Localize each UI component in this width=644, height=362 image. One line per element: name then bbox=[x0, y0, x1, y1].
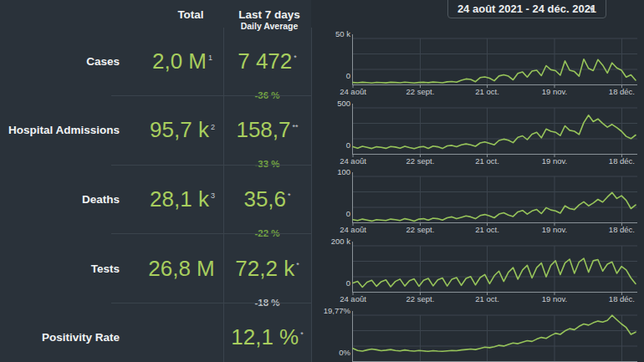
date-range-picker[interactable]: 24 août 2021 - 24 déc. 2021 ▼ bbox=[447, 0, 606, 18]
x-axis-tick-label: 21 oct. bbox=[475, 87, 499, 96]
footnote-marker: 2 bbox=[211, 123, 215, 131]
y-axis-max-label: 50 k bbox=[318, 29, 350, 38]
y-axis-zero-label: 0 bbox=[326, 278, 350, 288]
y-axis-max-label: 200 k bbox=[318, 237, 350, 246]
metric-label: Tests bbox=[0, 234, 120, 303]
x-axis-tick-label: 18 déc. bbox=[609, 156, 635, 166]
x-axis-tick-label: 18 déc. bbox=[609, 225, 635, 234]
x-axis-tick-label: 18 déc. bbox=[609, 294, 635, 303]
total-value: 28,1 k3 bbox=[150, 186, 215, 212]
avg-value: 7 472* bbox=[238, 48, 297, 74]
column-divider bbox=[311, 28, 312, 362]
sparkline-plot bbox=[352, 172, 637, 227]
x-axis-tick-label: 19 nov. bbox=[542, 87, 567, 96]
avg-value: 72,2 k* bbox=[235, 256, 299, 281]
y-axis-zero-label: 0 bbox=[326, 71, 350, 80]
table-row-tests: Tests 26,8 M 72,2 k* -18 % bbox=[0, 234, 311, 303]
x-axis-tick-label: 22 sept. bbox=[406, 156, 435, 166]
table-row-hospital-admissions: Hospital Admissions 95,7 k2 158,7** -33 … bbox=[0, 95, 311, 165]
sparkline-plot bbox=[352, 242, 637, 296]
footnote-marker: 1 bbox=[208, 54, 212, 62]
footnote-marker: ** bbox=[293, 123, 299, 131]
row-divider bbox=[111, 303, 311, 303]
x-axis-tick-label: 19 nov. bbox=[542, 294, 567, 303]
table-row-positivity-rate: Positivity Rate 12,1 %* -3,3 % bbox=[0, 303, 311, 362]
footnote-marker: 3 bbox=[211, 191, 215, 200]
footnote-marker: * bbox=[294, 54, 297, 62]
sparkline-tests[interactable]: 200 k024 août22 sept.21 oct.19 nov.18 dé… bbox=[326, 237, 644, 312]
metric-label: Cases bbox=[0, 27, 120, 96]
sparkline-deaths[interactable]: 100024 août22 sept.21 oct.19 nov.18 déc. bbox=[326, 167, 644, 242]
chevron-down-icon: ▼ bbox=[588, 5, 595, 13]
x-axis-tick-label: 22 sept. bbox=[406, 294, 435, 303]
x-axis-tick-label: 19 nov. bbox=[542, 156, 567, 166]
y-axis-max-label: 500 bbox=[318, 99, 350, 108]
total-value: 26,8 M bbox=[148, 256, 217, 281]
metric-label: Positivity Rate bbox=[0, 303, 120, 362]
date-range-label: 24 août 2021 - 24 déc. 2021 bbox=[457, 3, 596, 15]
x-axis-tick-label: 24 août bbox=[340, 225, 366, 234]
footnote-marker: * bbox=[296, 261, 299, 269]
table-row-cases: Cases 2,0 M1 7 472* -36 % bbox=[0, 27, 311, 96]
avg-value: 35,6* bbox=[243, 186, 290, 212]
avg-value: 158,7** bbox=[236, 117, 298, 142]
sparkline-plot bbox=[352, 311, 637, 362]
x-axis-tick-label: 22 sept. bbox=[406, 225, 435, 234]
avg-value: 12,1 %* bbox=[231, 324, 303, 349]
total-value: 95,7 k2 bbox=[150, 117, 215, 142]
sparkline-plot bbox=[352, 104, 637, 158]
sparkline-plot bbox=[352, 34, 637, 89]
x-axis-tick-label: 19 nov. bbox=[542, 225, 567, 234]
row-divider bbox=[111, 95, 311, 96]
row-divider bbox=[111, 165, 311, 166]
x-axis-tick-label: 18 déc. bbox=[609, 87, 635, 96]
x-axis-tick-label: 21 oct. bbox=[475, 294, 499, 303]
total-value: 2,0 M1 bbox=[152, 48, 212, 74]
x-axis-tick-label: 21 oct. bbox=[475, 225, 499, 234]
row-divider bbox=[111, 233, 311, 234]
metric-label: Deaths bbox=[0, 165, 120, 234]
footnote-marker: * bbox=[300, 330, 304, 339]
y-axis-max-label: 100 bbox=[318, 167, 350, 176]
sparkline-line bbox=[353, 59, 636, 84]
sparkline-cases[interactable]: 50 k024 août22 sept.21 oct.19 nov.18 déc… bbox=[326, 29, 644, 105]
x-axis-tick-label: 24 août bbox=[340, 294, 366, 303]
footnote-marker: * bbox=[288, 191, 291, 200]
y-axis-zero-label: 0 bbox=[326, 209, 350, 218]
x-axis-tick-label: 24 août bbox=[340, 87, 366, 96]
metric-label: Hospital Admissions bbox=[0, 95, 120, 165]
x-axis-tick-label: 24 août bbox=[340, 156, 366, 166]
sparkline-hospital-admissions[interactable]: 500024 août22 sept.21 oct.19 nov.18 déc. bbox=[326, 99, 644, 174]
total-value bbox=[181, 324, 183, 349]
column-header-last7-line1: Last 7 days bbox=[223, 8, 315, 21]
sparkline-line bbox=[353, 258, 636, 287]
table-row-deaths: Deaths 28,1 k3 35,6* -22 % bbox=[0, 165, 311, 234]
y-axis-zero-label: 0% bbox=[326, 348, 350, 357]
x-axis-tick-label: 22 sept. bbox=[406, 87, 435, 96]
sparkline-positivity-rate[interactable]: 19,77%0% bbox=[326, 306, 644, 362]
y-axis-max-label: 19,77% bbox=[318, 306, 350, 315]
sparkline-line bbox=[353, 193, 636, 222]
sparkline-line bbox=[353, 115, 636, 148]
y-axis-zero-label: 0 bbox=[326, 140, 350, 150]
column-divider bbox=[223, 28, 224, 362]
x-axis-tick-label: 21 oct. bbox=[475, 156, 499, 166]
